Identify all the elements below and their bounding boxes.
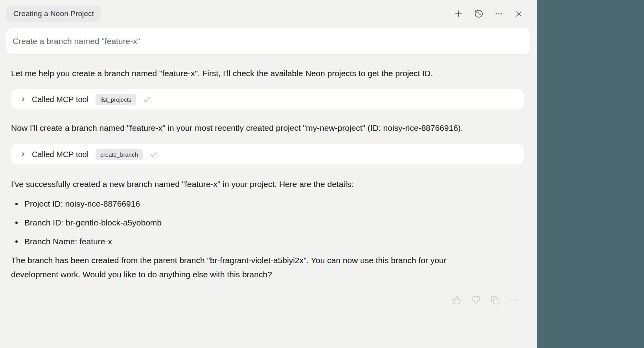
bullet-dot [15,222,18,224]
new-chat-button[interactable] [453,9,464,19]
header-actions [453,9,523,19]
thumbs-up-icon [452,296,461,305]
thumbs-up-button[interactable] [452,296,461,305]
history-icon [474,9,484,18]
assistant-paragraph: Now I'll create a branch named "feature-… [11,121,463,135]
list-item: Project ID: noisy-rice-88766916 [11,197,463,211]
check-icon [149,150,158,159]
thumbs-down-button[interactable] [471,296,480,305]
list-item: Branch Name: feature-x [11,234,463,249]
close-icon [514,9,523,18]
tool-call-create-branch[interactable]: Called MCP tool create_branch [11,144,524,165]
tool-call-list-projects[interactable]: Called MCP tool list_projects [11,89,524,110]
more-options-button[interactable] [494,9,504,18]
thumbs-down-icon [471,296,480,305]
chevron-right-icon [20,96,26,103]
tool-call-label: Called MCP tool [32,95,88,104]
chat-header: Creating a Neon Project [6,5,530,22]
tool-name-badge: create_branch [96,149,143,160]
assistant-paragraph: The branch has been created from the par… [11,253,463,282]
user-message-text: Create a branch named "feature-x" [13,37,140,46]
plus-icon [453,9,464,19]
more-actions-button[interactable] [510,296,519,305]
tool-call-label: Called MCP tool [32,150,88,159]
list-item: Branch ID: br-gentle-block-a5yobomb [11,216,463,230]
history-button[interactable] [474,9,484,18]
copy-button[interactable] [491,296,500,305]
tool-name-badge: list_projects [96,94,136,105]
check-icon [142,95,151,104]
assistant-paragraph: Let me help you create a branch named "f… [11,66,463,81]
chevron-right-icon [20,151,26,158]
copy-icon [491,296,500,305]
message-actions [11,296,519,305]
bullet-dot [15,203,18,205]
details-list: Project ID: noisy-rice-88766916 Branch I… [11,197,463,249]
assistant-message: Let me help you create a branch named "f… [11,66,524,305]
assistant-paragraph: I've successfully created a new branch n… [11,177,463,191]
user-message-bubble[interactable]: Create a branch named "feature-x" [6,28,530,54]
bullet-dot [15,240,18,243]
chat-panel: Creating a Neon Project [0,0,537,348]
background-side-panel [537,0,644,348]
close-button[interactable] [514,9,523,18]
ellipsis-icon [494,9,504,18]
conversation-title[interactable]: Creating a Neon Project [6,5,101,22]
ellipsis-icon [510,296,519,305]
